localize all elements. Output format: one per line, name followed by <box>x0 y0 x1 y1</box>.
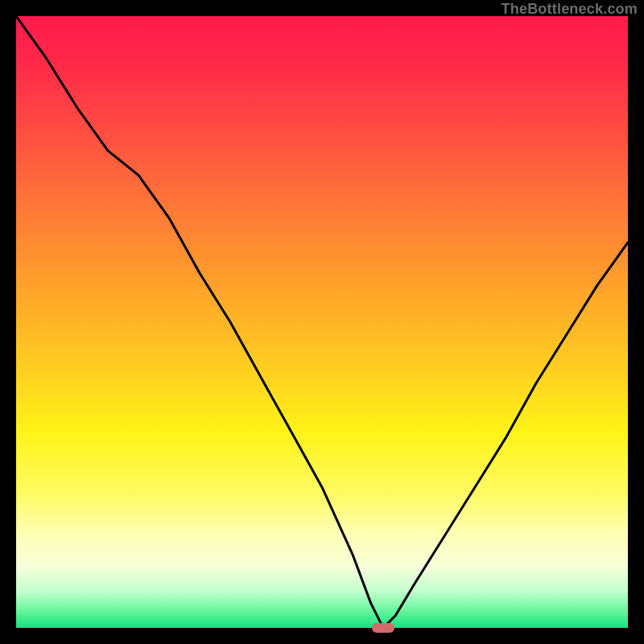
bottleneck-curve <box>16 16 628 628</box>
minimum-marker <box>372 623 394 633</box>
watermark-text: TheBottleneck.com <box>502 2 638 16</box>
plot-area <box>16 16 628 628</box>
curve-svg <box>16 16 628 628</box>
chart-stage: TheBottleneck.com <box>0 0 644 644</box>
